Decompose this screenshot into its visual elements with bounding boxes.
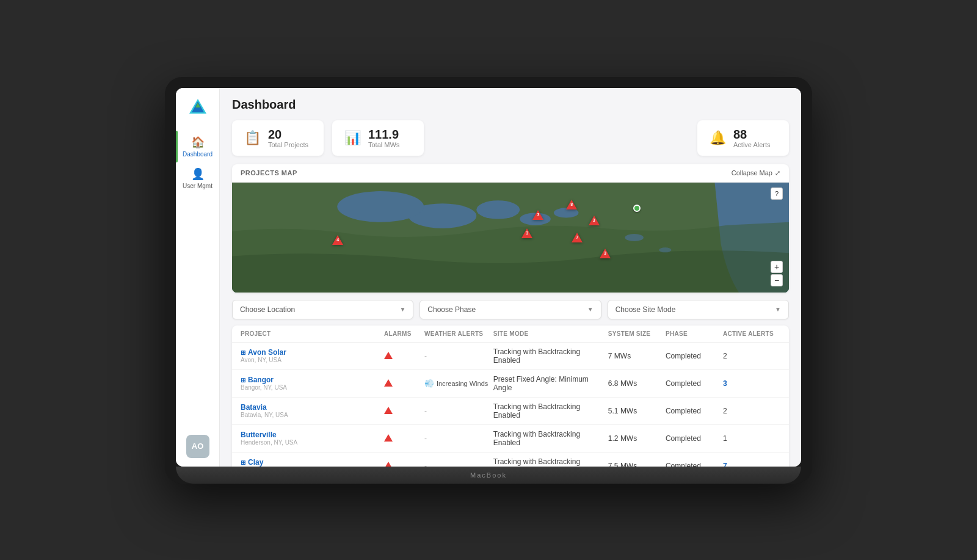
user-avatar[interactable]: AO [186, 435, 209, 458]
project-info: ⊞Clay Clay, NY, USA [241, 458, 384, 467]
active-alerts-value: 88 [733, 128, 771, 141]
map-help-button[interactable]: ? [771, 187, 783, 200]
sidebar-item-user-mgmt[interactable]: 👤 User Mgmt [176, 162, 219, 194]
total-projects-value: 20 [268, 128, 308, 141]
total-mws-label: Total MWs [368, 141, 399, 148]
app-logo [186, 96, 210, 121]
alarm-cell [384, 405, 424, 416]
map-marker-7[interactable]: 8 [566, 200, 577, 212]
map-marker-1[interactable]: 4 [332, 235, 343, 247]
total-projects-label: Total Projects [268, 141, 308, 148]
table-row: ⊞Clay Clay, NY, USA - Tracking with Back… [232, 453, 789, 467]
col-project: Project [241, 330, 384, 337]
col-system-size: System Size [608, 330, 666, 337]
site-mode-cell: Tracking with Backtracking Enabled [493, 347, 608, 365]
phase-cell: Completed [666, 407, 723, 415]
active-alerts-cell[interactable]: 7 [723, 462, 780, 467]
site-mode-cell: Tracking with Backtracking Enabled [493, 402, 608, 420]
project-info: ⊞Avon Solar Avon, NY, USA [241, 348, 384, 363]
projects-icon: 📋 [244, 130, 261, 146]
alerts-icon: 🔔 [710, 130, 726, 146]
project-name[interactable]: ⊞Bangor [241, 376, 384, 384]
phase-filter[interactable]: Choose Phase ▼ [419, 300, 601, 319]
site-mode-filter-arrow: ▼ [775, 306, 781, 313]
phase-filter-label: Choose Phase [427, 305, 476, 314]
sidebar-item-label: User Mgmt [183, 183, 212, 189]
col-phase: Phase [666, 330, 723, 337]
table-row: Batavia Batavia, NY, USA - Tracking with… [232, 398, 789, 425]
project-name[interactable]: ⊞Clay [241, 458, 384, 467]
weather-cell: - [424, 462, 493, 467]
table-row: ⊞Bangor Bangor, NY, USA 💨Increasing Wind… [232, 370, 789, 398]
col-site-mode: Site Mode [493, 330, 608, 337]
site-mode-cell: Tracking with Backtracking Enabled [493, 457, 608, 467]
alarm-icon-red [384, 379, 393, 387]
project-name: Batavia [241, 403, 384, 412]
alarm-icon-red [384, 434, 393, 442]
map-overlay: 4 3 [232, 183, 789, 293]
sidebar-item-label: Dashboard [183, 151, 212, 158]
col-weather-alerts: Weather Alerts [424, 330, 493, 337]
map-zoom-controls: + − [771, 261, 783, 286]
sidebar-item-dashboard[interactable]: 🏠 Dashboard [176, 131, 219, 162]
alarm-cell [384, 460, 424, 467]
map-marker-6[interactable]: 3 [600, 249, 611, 261]
location-filter[interactable]: Choose Location ▼ [232, 300, 413, 319]
col-alarms: Alarms [384, 330, 424, 337]
project-info: Batavia Batavia, NY, USA [241, 403, 384, 418]
active-alerts-cell: 2 [723, 352, 780, 360]
alarm-icon-red [384, 462, 393, 467]
site-mode-cell: Tracking with Backtracking Enabled [493, 430, 608, 447]
project-location: Bangor, NY, USA [241, 384, 384, 391]
project-location: Batavia, NY, USA [241, 412, 384, 418]
projects-table: Project Alarms Weather Alerts Site Mode … [232, 325, 789, 467]
phase-cell: Completed [666, 462, 723, 467]
phase-cell: Completed [666, 352, 723, 360]
site-mode-filter-label: Choose Site Mode [616, 305, 676, 314]
map-marker-green[interactable] [633, 205, 641, 212]
system-size-cell: 6.8 MWs [608, 379, 666, 388]
system-size-cell: 7 MWs [608, 352, 666, 360]
project-name[interactable]: ⊞Avon Solar [241, 348, 384, 357]
sidebar: 🏠 Dashboard 👤 User Mgmt AO [176, 88, 220, 467]
total-mws-value: 111.9 [368, 128, 399, 141]
active-alerts-cell: 1 [723, 434, 780, 443]
alarm-cell [384, 378, 424, 389]
active-alerts-cell[interactable]: 3 [723, 379, 780, 388]
weather-cell: - [424, 407, 493, 415]
project-info: ⊞Bangor Bangor, NY, USA [241, 376, 384, 391]
active-alerts-cell: 2 [723, 407, 780, 415]
collapse-map-button[interactable]: Collapse Map ⤢ [732, 169, 780, 177]
project-info: Butterville Henderson, NY, USA [241, 431, 384, 446]
alarm-cell [384, 351, 424, 362]
user-mgmt-icon: 👤 [191, 167, 205, 181]
filters-row: Choose Location ▼ Choose Phase ▼ Choose … [232, 300, 789, 319]
location-filter-arrow: ▼ [399, 306, 405, 313]
alarm-cell [384, 433, 424, 444]
map-container[interactable]: 4 3 [232, 183, 789, 293]
system-size-cell: 1.2 MWs [608, 434, 666, 443]
dashboard-icon: 🏠 [191, 136, 205, 149]
stats-row: 📋 20 Total Projects 📊 111.9 Total MWs 🔔 [232, 120, 789, 156]
phase-cell: Completed [666, 379, 723, 388]
map-marker-5[interactable]: 3 [589, 216, 600, 228]
table-body: ⊞Avon Solar Avon, NY, USA - Tracking wit… [232, 343, 789, 467]
table-row: Butterville Henderson, NY, USA - Trackin… [232, 425, 789, 453]
system-size-cell: 7.5 MWs [608, 462, 666, 467]
map-marker-4[interactable]: 7 [572, 233, 583, 245]
phase-filter-arrow: ▼ [587, 306, 594, 313]
zoom-in-button[interactable]: + [771, 261, 783, 273]
map-marker-2[interactable]: 3 [521, 228, 532, 241]
alarm-icon-red [384, 407, 393, 414]
weather-cell: - [424, 352, 493, 360]
map-section-label: PROJECTS MAP [241, 169, 297, 176]
table-header: Project Alarms Weather Alerts Site Mode … [232, 325, 789, 343]
map-marker-3[interactable]: 3 [532, 210, 543, 222]
zoom-out-button[interactable]: − [771, 274, 783, 286]
system-size-cell: 5.1 MWs [608, 407, 666, 415]
stat-card-total-projects: 📋 20 Total Projects [232, 120, 324, 156]
alarm-icon-red [384, 352, 393, 359]
site-mode-filter[interactable]: Choose Site Mode ▼ [608, 300, 789, 319]
stat-card-active-alerts: 🔔 88 Active Alerts [697, 120, 789, 156]
table-row: ⊞Avon Solar Avon, NY, USA - Tracking wit… [232, 343, 789, 370]
